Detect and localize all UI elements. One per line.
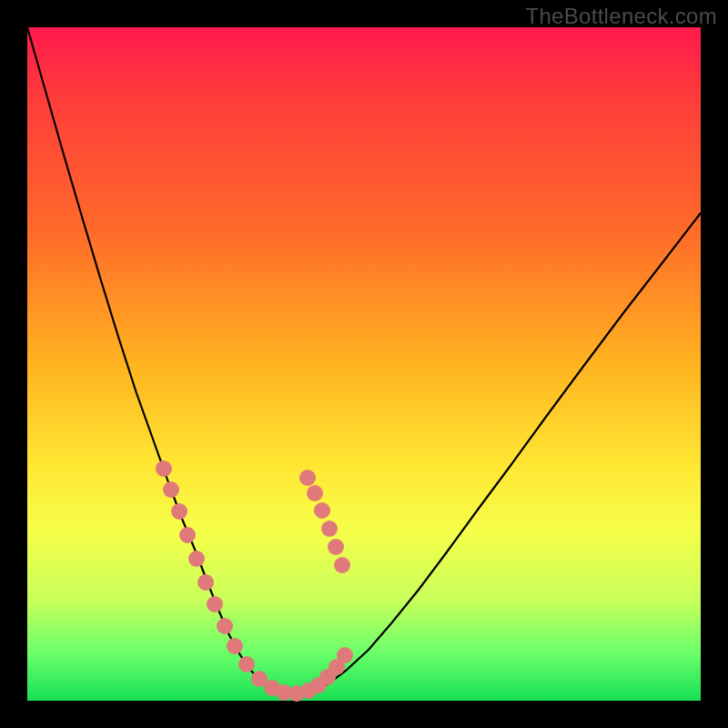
data-bead [299, 470, 316, 486]
data-bead [156, 460, 172, 477]
curve-layer [27, 27, 701, 701]
data-bead [328, 539, 344, 555]
data-bead [179, 527, 196, 543]
data-bead [334, 557, 350, 573]
data-bead [207, 596, 223, 612]
data-bead [171, 503, 187, 520]
chart-frame: TheBottleneck.com [0, 0, 728, 728]
data-bead [227, 638, 243, 654]
data-bead [321, 521, 338, 537]
data-bead [307, 485, 323, 501]
data-bead [217, 618, 233, 634]
watermark-text: TheBottleneck.com [525, 4, 717, 29]
plot-area [27, 27, 701, 701]
data-bead [314, 502, 330, 519]
data-bead [337, 647, 353, 663]
data-bead [163, 481, 179, 498]
v-curve-path [27, 27, 701, 693]
data-bead [197, 574, 214, 591]
bead-group [156, 460, 353, 702]
data-bead [188, 551, 205, 567]
data-bead [238, 656, 255, 672]
